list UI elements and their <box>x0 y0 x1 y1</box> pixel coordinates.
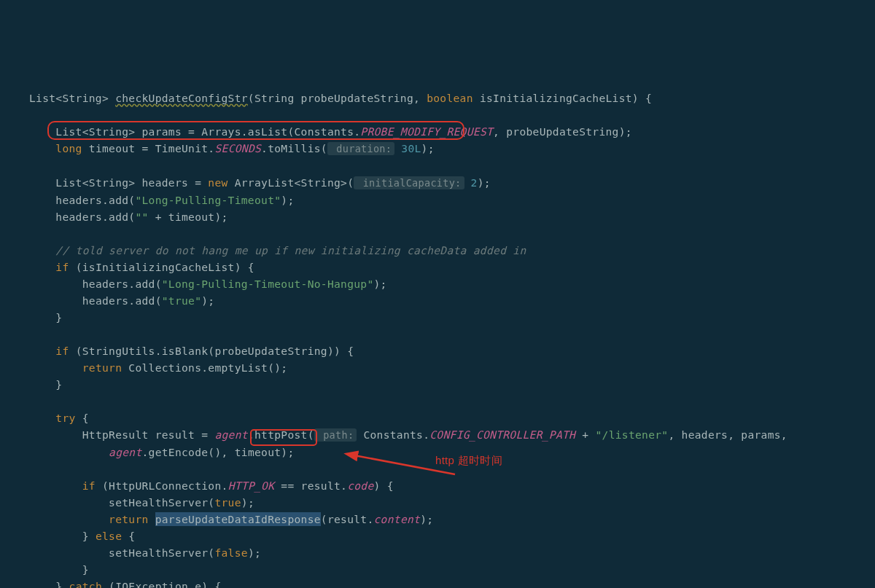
code-line: } <box>29 563 89 576</box>
code-line: if (isInitializingCacheList) { <box>29 261 254 273</box>
code-line: headers.add("Long-Pulling-Timeout-No-Han… <box>29 278 387 290</box>
param-hint: initialCapacity: <box>354 176 464 189</box>
code-line: if (HttpURLConnection.HTTP_OK == result.… <box>29 479 394 492</box>
code-line: HttpResult result = agent.httpPost( path… <box>29 428 788 441</box>
code-line: } <box>29 378 62 391</box>
code-editor[interactable]: List<String> checkUpdateConfigStr(String… <box>0 67 875 588</box>
code-line: headers.add("true"); <box>29 294 214 307</box>
annotation-label: http 超时时间 <box>435 452 502 469</box>
code-line: } catch (IOException e) { <box>29 580 222 588</box>
code-line: return parseUpdateDataIdResponse(result.… <box>29 512 433 526</box>
param-hint: path: <box>314 428 357 442</box>
code-line: try { <box>29 412 89 424</box>
code-line: } <box>29 311 62 324</box>
code-line: setHealthServer(true); <box>29 496 254 509</box>
param-hint: duration: <box>327 142 394 155</box>
code-line: if (StringUtils.isBlank(probeUpdateStrin… <box>29 345 354 357</box>
code-line: } else { <box>29 530 135 542</box>
code-line: agent.getEncode(), timeout); <box>29 446 295 458</box>
code-line: return Collections.emptyList(); <box>29 361 287 374</box>
code-line: long timeout = TimeUnit.SECONDS.toMillis… <box>29 142 435 154</box>
code-line: List<String> checkUpdateConfigStr(String… <box>29 92 652 104</box>
code-line: headers.add("Long-Pulling-Timeout"); <box>29 194 295 206</box>
code-line: List<String> headers = new ArrayList<Str… <box>29 176 491 189</box>
code-line: // told server do not hang me up if new … <box>29 244 526 256</box>
code-line: headers.add("" + timeout); <box>29 211 228 223</box>
code-line: setHealthServer(false); <box>29 546 261 559</box>
code-line: List<String> params = Arrays.asList(Cons… <box>29 125 632 138</box>
